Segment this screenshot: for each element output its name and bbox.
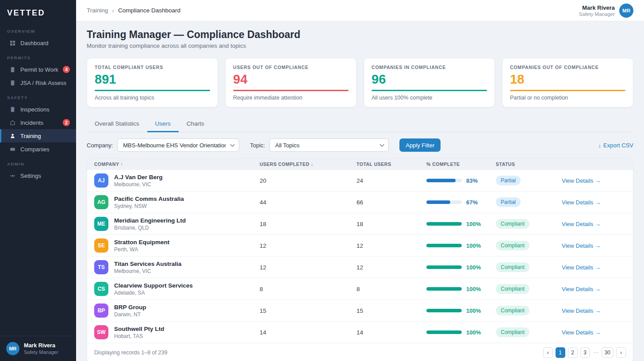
sidebar-item-dashboard[interactable]: Dashboard	[0, 36, 76, 50]
pagination-page-30-button[interactable]: 30	[602, 347, 613, 358]
sidebar-item-incidents[interactable]: Incidents2	[0, 116, 76, 129]
table-row: SWSouthwell Pty LtdHobart, TAS1414100%Co…	[87, 321, 633, 343]
percent-complete-cell: 67%	[426, 199, 496, 206]
status-badge: Compliant	[496, 241, 529, 250]
percent-complete-cell: 100%	[426, 286, 496, 292]
sidebar-item-settings[interactable]: Settings	[0, 169, 76, 182]
percent-label: 100%	[466, 307, 481, 314]
sidebar-item-inspections[interactable]: Inspections	[0, 103, 76, 116]
notification-badge: 4	[63, 66, 70, 73]
view-details-link[interactable]: View Details →	[562, 242, 601, 249]
stat-card-caption: Across all training topics	[95, 95, 210, 101]
company-name: Clearview Support Services	[114, 282, 193, 289]
view-details-link[interactable]: View Details →	[562, 264, 601, 271]
brand-logo: VETTED	[0, 0, 76, 23]
total-users-value: 24	[356, 177, 426, 184]
status-badge: Compliant	[496, 284, 529, 294]
company-avatar: BP	[94, 303, 108, 318]
stat-card-accent-bar	[510, 90, 625, 91]
sidebar-section-label: Safety	[0, 89, 76, 103]
column-header-company[interactable]: Company↑	[94, 161, 260, 167]
details-cell: View Details →	[562, 263, 626, 271]
company-location: Sydney, NSW	[114, 203, 184, 209]
company-name: Stratton Equipment	[114, 239, 169, 246]
progress-bar	[426, 330, 462, 334]
progress-bar-fill	[426, 265, 462, 269]
breadcrumb: Training › Compliance Dashboard	[87, 7, 180, 14]
tab-charts[interactable]: Charts	[179, 117, 212, 132]
column-header-total-users[interactable]: Total Users	[356, 161, 426, 167]
topbar: Training › Compliance Dashboard Mark Riv…	[76, 0, 644, 21]
stat-card-value: 891	[95, 73, 210, 86]
view-details-link[interactable]: View Details →	[562, 177, 601, 184]
sidebar-item-jsa-risk-assess[interactable]: JSA / Risk Assess	[0, 76, 76, 89]
pagination-next-button[interactable]: ›	[616, 347, 626, 358]
download-icon: ↓	[598, 142, 602, 149]
status-badge: Partial	[496, 176, 521, 185]
users-completed-value: 44	[260, 199, 356, 206]
percent-label: 100%	[466, 221, 481, 227]
view-details-link[interactable]: View Details →	[562, 199, 601, 206]
pagination-page-2-button[interactable]: 2	[568, 347, 578, 358]
sidebar-item-companies[interactable]: Companies	[0, 142, 76, 156]
sidebar-item-permit-to-work[interactable]: Permit to Work4	[0, 63, 76, 76]
tab-overall-statistics[interactable]: Overall Statistics	[87, 117, 147, 132]
view-details-link[interactable]: View Details →	[562, 329, 601, 336]
sidebar-item-label: Inspections	[20, 106, 50, 113]
details-cell: View Details →	[562, 307, 626, 315]
status-cell: Compliant	[496, 284, 562, 294]
topic-select[interactable]: All Topics	[269, 138, 389, 152]
company-avatar: TS	[94, 260, 108, 274]
sidebar-nav: OverviewDashboardPermitsPermit to Work4J…	[0, 23, 76, 336]
view-details-link[interactable]: View Details →	[562, 307, 601, 314]
table-row: MEMeridian Engineering LtdBrisbane, QLD1…	[87, 213, 633, 234]
pagination-page-3-button[interactable]: 3	[580, 347, 590, 358]
main-content: Training Manager — Compliance Dashboard …	[76, 21, 644, 361]
sidebar-item-label: JSA / Risk Assess	[20, 80, 66, 86]
company-avatar: SE	[94, 238, 108, 253]
company-cell: SEStratton EquipmentPerth, WA	[94, 238, 260, 253]
status-badge: Partial	[496, 197, 521, 207]
view-details-link[interactable]: View Details →	[562, 221, 601, 227]
status-cell: Partial	[496, 197, 562, 207]
percent-label: 100%	[466, 264, 481, 271]
company-location: Perth, WA	[114, 246, 169, 253]
progress-bar-fill	[426, 179, 456, 182]
pagination-prev-button[interactable]: ‹	[543, 347, 553, 358]
sidebar-section-label: Admin	[0, 156, 76, 169]
sidebar: VETTED OverviewDashboardPermitsPermit to…	[0, 0, 76, 361]
progress-bar-fill	[426, 330, 462, 334]
building-icon	[10, 146, 16, 152]
records-summary: Displaying records 1–8 of 239	[94, 349, 167, 356]
company-avatar: AG	[94, 195, 108, 209]
stat-card-label: Companies in Compliance	[372, 65, 487, 70]
percent-complete-cell: 100%	[426, 264, 496, 271]
company-select[interactable]: MBS-Melbourne EHS Vendor Orientation	[117, 138, 239, 152]
topic-select-wrap: All Topics	[269, 138, 389, 152]
table-row: AGPacific Comms AustraliaSydney, NSW4466…	[87, 191, 633, 213]
sidebar-user[interactable]: MR Mark Rivera Safety Manager	[0, 336, 76, 361]
status-badge: Compliant	[496, 327, 529, 337]
stat-card-caption: Require immediate attention	[233, 95, 349, 101]
status-cell: Partial	[496, 176, 562, 185]
tab-users[interactable]: Users	[147, 117, 179, 132]
stat-card-label: Total Compliant Users	[95, 65, 210, 70]
details-cell: View Details →	[562, 198, 626, 206]
sidebar-item-training[interactable]: Training	[0, 129, 76, 142]
stat-card: Companies in Compliance96All users 100% …	[364, 58, 495, 108]
company-cell: MEMeridian Engineering LtdBrisbane, QLD	[94, 217, 260, 231]
progress-bar	[426, 244, 462, 247]
column-header-complete[interactable]: % Complete	[426, 161, 496, 167]
column-header-status[interactable]: Status	[496, 161, 562, 167]
company-info: BRP GroupDarwin, NT	[114, 304, 146, 318]
column-header-users-completed[interactable]: Users Completed↓	[260, 161, 356, 167]
apply-filter-button[interactable]: Apply Filter	[399, 138, 441, 152]
users-completed-value: 15	[260, 307, 356, 314]
breadcrumb-item-training[interactable]: Training	[87, 7, 108, 14]
progress-bar	[426, 287, 462, 291]
pagination-page-1-button[interactable]: 1	[556, 347, 565, 358]
view-details-link[interactable]: View Details →	[562, 286, 601, 292]
topbar-user[interactable]: Mark Rivera Safety Manager MR	[579, 4, 633, 18]
export-csv-link[interactable]: ↓ Export CSV	[598, 142, 633, 149]
status-cell: Compliant	[496, 262, 562, 272]
